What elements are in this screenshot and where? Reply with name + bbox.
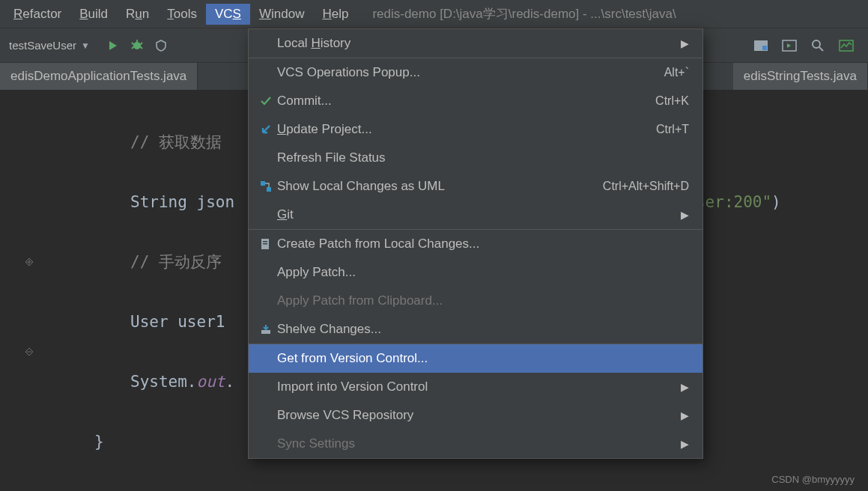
submenu-arrow-icon: ▶	[681, 409, 689, 421]
svg-rect-12	[261, 330, 270, 334]
update-icon	[255, 123, 277, 136]
menu-run[interactable]: Run	[117, 4, 158, 25]
svg-point-4	[813, 40, 820, 48]
menu-item-import-into-vcs[interactable]: Import into Version Control▶	[249, 373, 702, 401]
menu-build[interactable]: Build	[70, 4, 117, 25]
vcs-menu: Local History▶ VCS Operations Popup...Al…	[248, 28, 703, 459]
submenu-arrow-icon: ▶	[681, 438, 689, 450]
tab-right[interactable]: edisStringTests.java	[733, 63, 868, 90]
menu-vcs[interactable]: VCS	[206, 4, 250, 25]
debug-icon[interactable]	[129, 37, 145, 54]
tab-left[interactable]: edisDemoApplicationTests.java	[0, 63, 198, 90]
menu-tools[interactable]: Tools	[158, 4, 206, 25]
patch-icon	[255, 238, 277, 250]
submenu-arrow-icon: ▶	[681, 209, 689, 221]
menu-item-vcs-operations[interactable]: VCS Operations Popup...Alt+`	[249, 58, 702, 87]
window-title: redis-demo [D:\java学习\redis-demo] - ...\…	[372, 5, 676, 22]
menu-item-update-project[interactable]: Update Project...Ctrl+T	[249, 115, 702, 144]
submenu-arrow-icon: ▶	[681, 37, 689, 49]
svg-rect-2	[762, 46, 767, 50]
menu-item-git[interactable]: Git▶	[249, 201, 702, 229]
svg-rect-11	[263, 243, 267, 245]
uml-icon	[255, 180, 277, 193]
menu-item-commit[interactable]: Commit...Ctrl+K	[249, 87, 702, 115]
menu-item-sync-settings: Sync Settings▶	[249, 430, 702, 458]
code-comment: // 手动反序	[130, 253, 222, 271]
shelve-icon	[255, 323, 277, 335]
profiler-icon[interactable]	[838, 37, 855, 54]
gutter	[21, 97, 37, 427]
code-comment: // 获取数据	[130, 133, 222, 151]
coverage-icon[interactable]	[153, 37, 169, 54]
project-icon[interactable]	[753, 37, 769, 54]
menu-item-create-patch[interactable]: Create Patch from Local Changes...	[249, 230, 702, 258]
menu-item-show-local-changes-uml[interactable]: Show Local Changes as UMLCtrl+Alt+Shift+…	[249, 172, 702, 201]
fold-icon[interactable]	[23, 337, 35, 367]
run-config-name: testSaveUser	[9, 39, 76, 52]
watermark: CSDN @bmyyyyyy	[771, 474, 855, 485]
run-anything-icon[interactable]	[781, 37, 798, 54]
menu-item-browse-vcs-repo[interactable]: Browse VCS Repository▶	[249, 401, 702, 430]
run-config-selector[interactable]: testSaveUser ▼	[1, 37, 97, 54]
menu-item-apply-patch[interactable]: Apply Patch...	[249, 258, 702, 287]
svg-line-5	[819, 47, 823, 51]
svg-rect-7	[261, 181, 265, 186]
search-icon[interactable]	[810, 37, 826, 54]
menubar: Refactor Build Run Tools VCS Window Help…	[0, 0, 868, 28]
menu-item-refresh-file-status[interactable]: Refresh File Status	[249, 144, 702, 172]
svg-rect-8	[267, 187, 271, 192]
check-icon	[255, 94, 277, 108]
submenu-arrow-icon: ▶	[681, 381, 689, 393]
menu-item-local-history[interactable]: Local History▶	[249, 29, 702, 58]
menu-item-shelve-changes[interactable]: Shelve Changes...	[249, 315, 702, 344]
menu-window[interactable]: Window	[250, 4, 313, 25]
menu-item-apply-patch-clipboard: Apply Patch from Clipboard...	[249, 287, 702, 315]
svg-point-0	[133, 42, 141, 49]
menu-help[interactable]: Help	[313, 4, 357, 25]
chevron-down-icon: ▼	[81, 40, 90, 51]
svg-rect-10	[263, 241, 267, 243]
menu-refactor[interactable]: Refactor	[4, 4, 70, 25]
fold-icon[interactable]	[23, 247, 35, 277]
menu-item-get-from-vcs[interactable]: Get from Version Control...	[249, 344, 702, 373]
run-icon[interactable]	[105, 37, 121, 54]
